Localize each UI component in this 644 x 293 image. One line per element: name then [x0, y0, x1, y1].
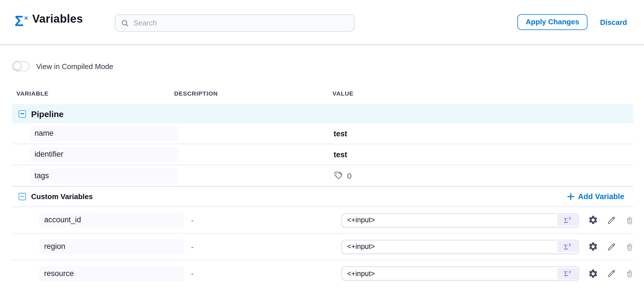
table-row-tags: tags 0 — [12, 165, 633, 186]
top-bar-actions: Apply Changes Discard — [517, 0, 627, 44]
variables-logo-icon: Σ × — [15, 14, 28, 28]
column-header-value: VALUE — [332, 90, 633, 97]
search-icon — [121, 19, 129, 27]
tags-value: 0 — [332, 171, 352, 180]
collapse-pipeline-icon[interactable] — [19, 110, 26, 117]
runtime-input-chip[interactable]: Σ x — [557, 214, 578, 226]
runtime-sup-icon: x — [569, 216, 571, 221]
pencil-icon — [607, 215, 616, 225]
settings-button[interactable] — [588, 268, 598, 279]
tags-count: 0 — [347, 171, 352, 180]
compiled-mode-label: View in Compiled Mode — [36, 62, 113, 70]
table-row-account-id: account_id - Σ x — [12, 207, 633, 234]
runtime-sup-icon: x — [569, 243, 571, 247]
custom-variables-section-title: Custom Variables — [31, 192, 93, 201]
custom-variables-section-header: Custom Variables Add Variable — [12, 186, 633, 207]
trash-icon — [625, 269, 634, 278]
compiled-mode-row: View in Compiled Mode — [12, 61, 644, 71]
sigma-icon: Σ — [15, 14, 23, 28]
table-row-identifier: identifier test — [12, 144, 633, 165]
variable-name-label: name — [30, 126, 178, 141]
variables-table: VARIABLE DESCRIPTION VALUE Pipeline name… — [12, 86, 633, 287]
trash-icon — [625, 215, 634, 225]
row-actions — [588, 215, 634, 225]
value-input-wrap: Σ x — [342, 266, 579, 281]
value-input-wrap: Σ x — [342, 240, 579, 254]
row-actions — [588, 268, 634, 279]
runtime-sigma-icon: Σ — [564, 243, 568, 250]
runtime-sigma-icon: Σ — [564, 216, 568, 224]
value-input[interactable] — [342, 240, 578, 253]
variable-name-label: identifier — [30, 147, 178, 162]
plus-icon — [567, 193, 574, 200]
settings-button[interactable] — [588, 215, 598, 225]
edit-button[interactable] — [607, 242, 616, 251]
search-input[interactable] — [133, 19, 348, 27]
pipeline-section-header: Pipeline — [12, 104, 633, 123]
column-header-variable: VARIABLE — [12, 90, 174, 97]
top-bar: Σ × Variables Apply Changes Discard — [0, 0, 644, 45]
value-text: test — [332, 150, 347, 159]
table-row-resource: resource - Σ x — [12, 260, 633, 287]
variable-name-label: region — [40, 239, 184, 254]
table-row-name: name test — [12, 123, 633, 144]
trash-icon — [625, 242, 634, 251]
gear-icon — [588, 215, 598, 225]
delete-button[interactable] — [625, 242, 634, 251]
runtime-input-chip[interactable]: Σ x — [557, 268, 578, 279]
settings-button[interactable] — [588, 242, 598, 252]
runtime-sigma-icon: Σ — [564, 270, 568, 277]
variable-name-label: resource — [40, 266, 184, 281]
pipeline-section-title: Pipeline — [31, 109, 64, 119]
gear-icon — [588, 242, 598, 252]
delete-button[interactable] — [625, 215, 634, 225]
table-row-region: region - Σ x — [12, 234, 633, 260]
runtime-input-chip[interactable]: Σ x — [557, 241, 578, 252]
sigma-sup-icon: × — [24, 15, 28, 21]
variable-name-label: tags — [30, 168, 178, 183]
apply-changes-button[interactable]: Apply Changes — [517, 14, 587, 30]
pencil-icon — [607, 242, 616, 251]
runtime-sup-icon: x — [569, 270, 571, 274]
row-actions — [588, 242, 634, 252]
variables-panel: Σ × Variables Apply Changes Discard View… — [0, 0, 644, 293]
table-column-headers: VARIABLE DESCRIPTION VALUE — [12, 86, 633, 101]
value-text: test — [332, 129, 347, 138]
compiled-mode-toggle[interactable] — [12, 61, 29, 71]
add-variable-label: Add Variable — [578, 192, 624, 201]
edit-button[interactable] — [607, 215, 616, 225]
description-cell: - — [174, 216, 332, 224]
delete-button[interactable] — [625, 269, 634, 278]
column-header-description: DESCRIPTION — [174, 90, 332, 97]
description-cell: - — [174, 242, 332, 251]
variable-name-label: account_id — [40, 213, 184, 227]
pencil-icon — [607, 269, 616, 278]
tag-icon — [334, 171, 343, 180]
value-input-wrap: Σ x — [342, 213, 579, 227]
value-input[interactable] — [342, 267, 578, 280]
toggle-knob-icon — [13, 62, 21, 70]
search-box[interactable] — [115, 14, 355, 32]
collapse-custom-variables-icon[interactable] — [19, 193, 26, 200]
value-input[interactable] — [342, 214, 578, 227]
description-cell: - — [174, 269, 332, 278]
edit-button[interactable] — [607, 269, 616, 278]
gear-icon — [588, 268, 598, 279]
page-title: Variables — [32, 12, 83, 25]
discard-button[interactable]: Discard — [600, 18, 627, 26]
add-variable-button[interactable]: Add Variable — [567, 192, 624, 201]
